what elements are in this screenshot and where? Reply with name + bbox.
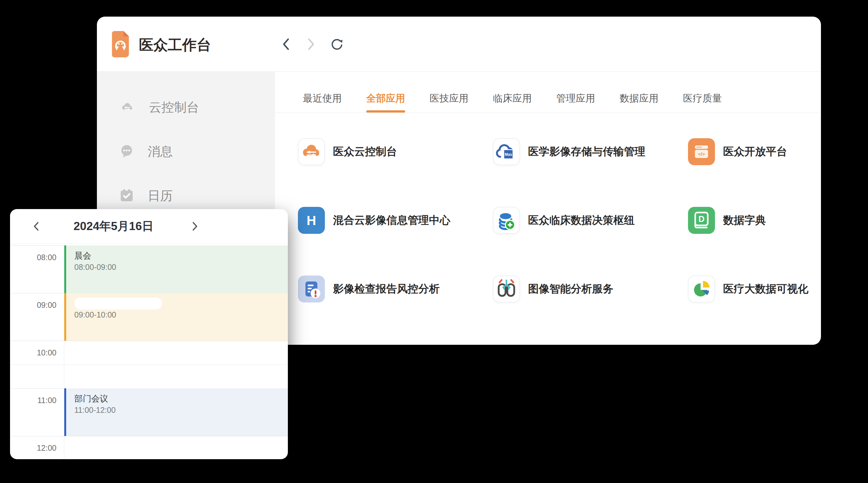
event-title-redacted	[74, 297, 162, 309]
app-logo-icon	[112, 31, 129, 59]
svg-text:H: H	[307, 213, 316, 228]
tab-management[interactable]: 管理应用	[556, 92, 595, 105]
app-name: 数据字典	[723, 213, 766, 228]
app-name: 医众开放平台	[723, 144, 787, 159]
app-item-big-data-visualization[interactable]: 医疗大数据可视化	[688, 276, 808, 302]
grid-line	[10, 436, 288, 436]
calendar-event-department-meeting[interactable]: 部门会议 11:00-12:00	[64, 388, 288, 436]
app-name: 医疗大数据可视化	[723, 282, 808, 296]
forward-button[interactable]	[304, 37, 318, 52]
cloud-settings-icon	[298, 138, 325, 165]
cloud-storage-icon: Mas	[493, 138, 520, 165]
svg-text:D: D	[699, 215, 705, 224]
calendar-panel: 2024年5月16日 08:00 09:00 10:00 11:00 12:00…	[10, 209, 288, 459]
app-name: 影像检查报告风控分析	[333, 282, 440, 296]
app-item-report-risk-analysis[interactable]: 影像检查报告风控分析	[298, 276, 440, 302]
calendar-header: 2024年5月16日	[10, 209, 288, 244]
dictionary-book-icon: D	[688, 207, 715, 234]
sidebar-item-label: 云控制台	[149, 99, 199, 116]
tab-recent[interactable]: 最近使用	[303, 92, 342, 105]
time-label: 09:00	[10, 300, 57, 310]
app-name: 医众临床数据决策枢纽	[528, 213, 635, 228]
calendar-event-morning-meeting[interactable]: 晨会 08:00-09:00	[64, 246, 288, 293]
report-alert-icon	[298, 276, 325, 302]
time-label: 10:00	[10, 348, 57, 357]
calendar-day-grid: 08:00 09:00 10:00 11:00 12:00 晨会 08:00-0…	[10, 244, 288, 459]
calendar-next-day-button[interactable]	[188, 219, 202, 233]
app-name: 混合云影像信息管理中心	[333, 213, 450, 228]
tab-all-apps[interactable]: 全部应用	[366, 92, 405, 105]
time-label: 11:00	[10, 396, 57, 405]
chevron-left-icon	[34, 223, 38, 230]
app-item-image-ai-analysis[interactable]: 图像智能分析服务	[493, 276, 613, 302]
window-title: 医众工作台	[139, 32, 211, 58]
app-name: 图像智能分析服务	[528, 282, 613, 296]
refresh-button[interactable]	[330, 37, 344, 52]
app-category-tabs: 最近使用 全部应用 医技应用 临床应用 管理应用 数据应用 医疗质量	[303, 92, 722, 105]
calendar-date-label: 2024年5月16日	[48, 209, 179, 244]
active-tab-underline	[366, 110, 405, 112]
time-label: 08:00	[10, 253, 57, 262]
app-item-open-platform[interactable]: </> 医众开放平台	[688, 138, 787, 165]
desktop-background: 医众工作台 云控制台	[0, 0, 868, 483]
event-time: 09:00-10:00	[74, 309, 116, 320]
pie-chart-icon	[688, 276, 715, 302]
sidebar-item-messages[interactable]: 消息	[120, 142, 173, 160]
letter-h-icon: H	[298, 207, 325, 234]
calendar-event-unnamed[interactable]: 09:00-10:00	[64, 293, 288, 341]
sidebar-item-calendar[interactable]: 日历	[120, 187, 173, 204]
calendar-prev-day-button[interactable]	[29, 219, 43, 233]
lungs-icon	[493, 276, 520, 302]
event-time: 08:00-09:00	[74, 262, 116, 272]
back-button[interactable]	[279, 37, 293, 52]
event-title: 部门会议	[74, 393, 108, 404]
app-item-hybrid-cloud-center[interactable]: H 混合云影像信息管理中心	[298, 207, 450, 234]
tab-data[interactable]: 数据应用	[620, 92, 658, 105]
sidebar-item-cloud-console[interactable]: 云控制台	[120, 98, 199, 116]
app-item-data-dictionary[interactable]: D 数据字典	[688, 207, 766, 234]
chevron-right-icon	[193, 223, 197, 230]
svg-text:</>: </>	[698, 151, 705, 157]
svg-text:Mas: Mas	[505, 152, 513, 157]
tab-quality[interactable]: 医疗质量	[683, 92, 722, 105]
cloud-console-icon	[120, 99, 135, 115]
tab-medtech[interactable]: 医技应用	[430, 92, 468, 105]
sidebar-item-label: 日历	[148, 187, 173, 204]
tab-divider	[275, 112, 818, 113]
app-name: 医众云控制台	[333, 144, 397, 159]
app-item-image-storage[interactable]: Mas 医学影像存储与传输管理	[493, 138, 645, 165]
chevron-left-icon	[284, 39, 288, 49]
event-time: 11:00-12:00	[74, 405, 116, 415]
app-name: 医学影像存储与传输管理	[528, 144, 645, 159]
refresh-icon	[330, 36, 344, 52]
app-item-cloud-console[interactable]: 医众云控制台	[298, 138, 397, 165]
tab-clinical[interactable]: 临床应用	[493, 92, 532, 105]
chevron-right-icon	[309, 39, 313, 49]
database-plus-icon	[493, 207, 520, 234]
event-title: 晨会	[74, 251, 91, 261]
window-header: 医众工作台	[97, 17, 821, 72]
app-item-clinical-data-hub[interactable]: 医众临床数据决策枢纽	[493, 207, 635, 234]
message-bubble-icon	[120, 144, 134, 159]
sidebar-item-label: 消息	[148, 143, 173, 160]
calendar-check-icon	[120, 188, 134, 203]
code-window-icon: </>	[688, 138, 715, 165]
time-label: 12:00	[10, 444, 57, 453]
grid-line-half-hour	[10, 364, 288, 365]
